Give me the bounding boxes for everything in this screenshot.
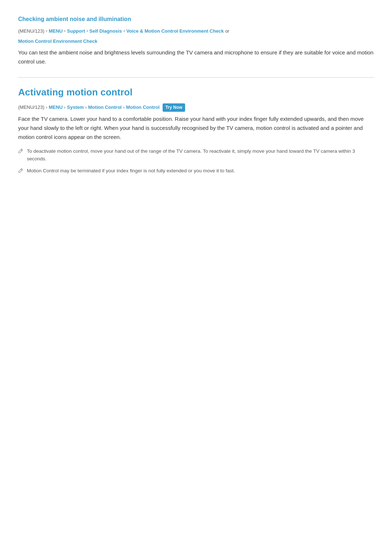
svg-line-0	[21, 149, 22, 151]
pencil-icon-1	[18, 148, 23, 156]
breadcrumb-motion-control-env-check[interactable]: Motion Control Environment Check	[18, 38, 97, 45]
try-now-badge[interactable]: Try Now	[163, 103, 185, 112]
section1-title: Checking ambient noise and illumination	[18, 15, 374, 24]
breadcrumb-menu123: (MENU/123)	[18, 28, 44, 35]
note-item-2: Motion Control may be terminated if your…	[18, 167, 374, 176]
breadcrumb2-arrow-3: ›	[85, 104, 87, 111]
section-checking-ambient: Checking ambient noise and illumination …	[18, 15, 374, 66]
breadcrumb-arrow-2: ›	[64, 28, 66, 34]
breadcrumb2-arrow-1: ›	[46, 104, 47, 111]
breadcrumb2-menu[interactable]: MENU	[49, 104, 62, 111]
breadcrumb-arrow-4: ›	[123, 28, 125, 34]
section-divider	[18, 77, 374, 78]
breadcrumb2-arrow-2: ›	[64, 104, 66, 111]
breadcrumb-or: or	[225, 28, 229, 35]
section2-title: Activating motion control	[18, 85, 374, 100]
breadcrumb-voice-motion-check[interactable]: Voice & Motion Control Environment Check	[126, 28, 224, 35]
breadcrumb-self-diagnosis[interactable]: Self Diagnosis	[89, 28, 122, 35]
breadcrumb2-motion-control[interactable]: Motion Control	[88, 104, 122, 111]
breadcrumb-menu[interactable]: MENU	[49, 28, 62, 35]
section2-body: Face the TV camera. Lower your hand to a…	[18, 115, 374, 141]
breadcrumb-arrow-3: ›	[86, 28, 88, 34]
pencil-icon-2	[18, 168, 23, 176]
note-text-2: Motion Control may be terminated if your…	[27, 167, 235, 175]
section-activating-motion: Activating motion control (MENU/123) › M…	[18, 85, 374, 176]
section1-body: You can test the ambient noise and brigh…	[18, 48, 374, 66]
breadcrumb-arrow-1: ›	[46, 28, 47, 34]
section1-breadcrumb-line2: Motion Control Environment Check	[18, 38, 374, 45]
breadcrumb-support[interactable]: Support	[67, 28, 85, 35]
svg-line-1	[21, 169, 22, 170]
notes-list: To deactivate motion control, move your …	[18, 148, 374, 176]
breadcrumb2-arrow-4: ›	[123, 104, 124, 111]
breadcrumb2-motion-control-2[interactable]: Motion Control	[126, 104, 159, 111]
section1-breadcrumb: (MENU/123) › MENU › Support › Self Diagn…	[18, 28, 374, 35]
breadcrumb2-menu123: (MENU/123)	[18, 104, 44, 111]
breadcrumb2-system[interactable]: System	[67, 104, 84, 111]
note-text-1: To deactivate motion control, move your …	[27, 148, 374, 163]
note-item-1: To deactivate motion control, move your …	[18, 148, 374, 163]
section2-breadcrumb: (MENU/123) › MENU › System › Motion Cont…	[18, 103, 374, 112]
